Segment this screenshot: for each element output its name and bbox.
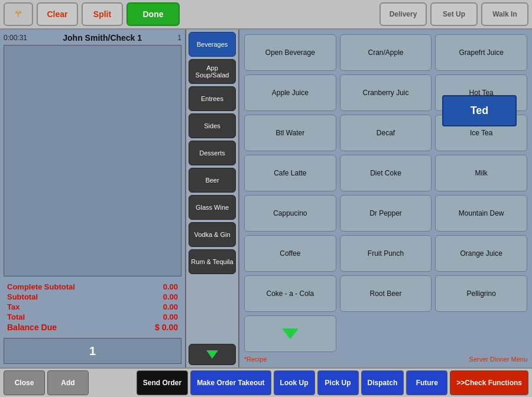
add-button[interactable]: Add	[47, 370, 89, 395]
item-btn-2[interactable]: Grapefrt Juice	[435, 34, 527, 71]
category-btn-rum-tequila[interactable]: Rum & Tequila	[189, 249, 236, 274]
complete-subtotal-row: Complete Subtotal 0.00	[7, 282, 178, 291]
category-btn-app-soup-salad[interactable]: App Soup/Salad	[189, 59, 236, 84]
delivery-button[interactable]: Delivery	[379, 2, 427, 26]
top-toolbar: Clear Split Done Delivery Set Up Walk In	[0, 0, 532, 30]
item-btn-9[interactable]: Cafe Latte	[244, 155, 336, 191]
bottom-toolbar: Close Add Send Order Make Order Takeout …	[0, 367, 532, 397]
pick-up-button[interactable]: Pick Up	[317, 370, 359, 395]
item-btn-1[interactable]: Cran/Apple	[340, 34, 432, 71]
item-btn-3[interactable]: Apple Juice	[244, 74, 336, 111]
check-functions-button[interactable]: >>Check Functions	[450, 370, 528, 395]
category-btn-sides[interactable]: Sides	[189, 113, 236, 138]
left-panel: 0:00:31 John Smith/Check 1 1 Complete Su…	[0, 30, 186, 367]
table-button[interactable]	[4, 2, 33, 26]
svg-rect-3	[18, 14, 19, 17]
subtotal-value: 0.00	[163, 292, 178, 301]
ted-label: Ted	[471, 105, 489, 117]
category-panel: BeveragesApp Soup/SaladEntreesSidesDesse…	[186, 30, 239, 367]
category-btn-beer[interactable]: Beer	[189, 168, 236, 193]
item-btn-20[interactable]: Pelligrino	[435, 275, 527, 312]
look-up-button[interactable]: Look Up	[274, 370, 315, 395]
tax-row: Tax 0.00	[7, 302, 178, 311]
check-timer: 0:00:31	[4, 34, 27, 42]
item-btn-10[interactable]: Diet Coke	[340, 155, 432, 191]
category-btn-entrees[interactable]: Entrees	[189, 86, 236, 111]
balance-due-row: Balance Due $ 0.00	[7, 323, 178, 332]
item-btn-11[interactable]: Milk	[435, 155, 527, 191]
send-order-button[interactable]: Send Order	[137, 370, 188, 395]
check-number: 1	[177, 34, 181, 42]
total-label: Total	[7, 313, 25, 321]
total-value: 0.00	[163, 313, 178, 321]
tax-value: 0.00	[163, 302, 178, 311]
item-btn-4[interactable]: Cranberry Juic	[340, 74, 432, 111]
recipe-label: *Recipe	[244, 356, 267, 363]
future-button[interactable]: Future	[406, 370, 447, 395]
item-btn-13[interactable]: Dr Pepper	[340, 195, 432, 232]
totals-area: Complete Subtotal 0.00 Subtotal 0.00 Tax…	[4, 280, 181, 336]
svg-marker-4	[206, 350, 218, 359]
svg-rect-1	[16, 11, 18, 12]
check-title: John Smith/Check 1	[27, 33, 177, 43]
subtotal-row: Subtotal 0.00	[7, 292, 178, 301]
make-order-button[interactable]: Make Order Takeout	[190, 370, 271, 395]
item-btn-0[interactable]: Open Beverage	[244, 34, 336, 71]
category-btn-beverages[interactable]: Beverages	[189, 32, 236, 57]
item-btn-6[interactable]: Btl Water	[244, 115, 336, 151]
complete-subtotal-label: Complete Subtotal	[7, 282, 75, 291]
items-footer: *Recipe Server Dinner Menu	[244, 356, 527, 363]
close-button[interactable]: Close	[4, 370, 45, 395]
subtotal-label: Subtotal	[7, 292, 38, 301]
svg-rect-2	[19, 11, 21, 12]
svg-marker-5	[282, 328, 299, 339]
category-scroll-down[interactable]	[189, 344, 236, 365]
total-row: Total 0.00	[7, 313, 178, 321]
balance-due-value: $ 0.00	[155, 323, 178, 332]
clear-button[interactable]: Clear	[37, 2, 78, 26]
item-btn-16[interactable]: Fruit Punch	[340, 235, 432, 272]
item-btn-12[interactable]: Cappucino	[244, 195, 336, 232]
category-btn-vodka-gin[interactable]: Vodka & Gin	[189, 222, 236, 247]
order-area	[4, 45, 181, 276]
done-button[interactable]: Done	[126, 2, 180, 26]
dispatch-button[interactable]: Dispatch	[361, 370, 404, 395]
check-header: 0:00:31 John Smith/Check 1 1	[4, 33, 181, 43]
balance-due-label: Balance Due	[7, 323, 57, 332]
category-btn-glass-wine[interactable]: Glass Wine	[189, 195, 236, 220]
guest-number: 1	[4, 338, 181, 364]
item-btn-14[interactable]: Mountain Dew	[435, 195, 527, 232]
tax-label: Tax	[7, 302, 20, 311]
items-panel: Open BeverageCran/AppleGrapefrt JuiceApp…	[239, 30, 532, 367]
item-btn-15[interactable]: Coffee	[244, 235, 336, 272]
item-btn-17[interactable]: Orange Juice	[435, 235, 527, 272]
complete-subtotal-value: 0.00	[163, 282, 178, 291]
ted-overlay: Ted	[442, 95, 517, 126]
item-btn-19[interactable]: Root Beer	[340, 275, 432, 312]
item-btn-18[interactable]: Coke - a - Cola	[244, 275, 336, 312]
split-button[interactable]: Split	[82, 2, 123, 26]
walkin-button[interactable]: Walk In	[481, 2, 528, 26]
category-btn-desserts[interactable]: Desserts	[189, 141, 236, 165]
menu-label: Server Dinner Menu	[469, 356, 527, 363]
items-grid: Open BeverageCran/AppleGrapefrt JuiceApp…	[244, 34, 527, 352]
main-area: 0:00:31 John Smith/Check 1 1 Complete Su…	[0, 30, 532, 367]
item-btn-7[interactable]: Decaf	[340, 115, 432, 151]
setup-button[interactable]: Set Up	[430, 2, 478, 26]
items-scroll-down[interactable]	[244, 315, 336, 352]
